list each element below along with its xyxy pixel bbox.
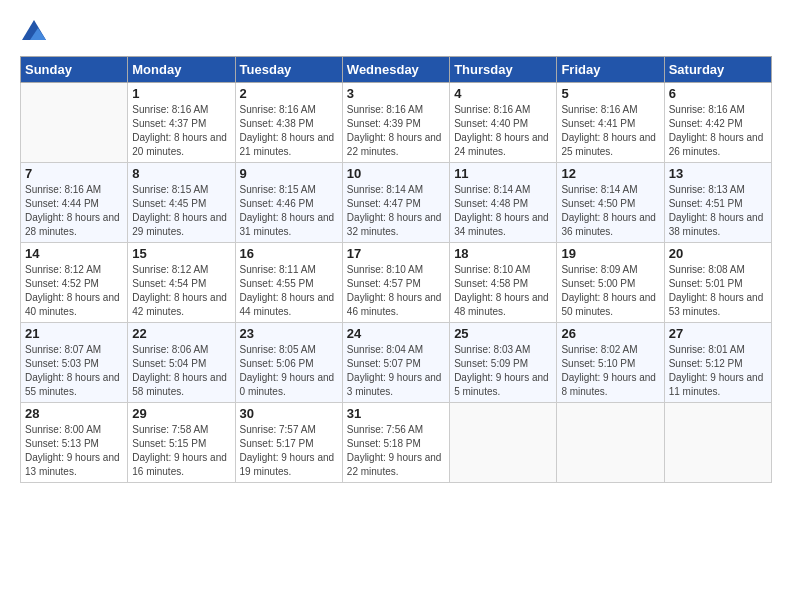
calendar-day-cell: [21, 83, 128, 163]
calendar-day-cell: 18Sunrise: 8:10 AMSunset: 4:58 PMDayligh…: [450, 243, 557, 323]
day-number: 23: [240, 326, 338, 341]
weekday-header: Friday: [557, 57, 664, 83]
day-info: Sunrise: 8:06 AMSunset: 5:04 PMDaylight:…: [132, 343, 230, 399]
calendar-week-row: 7Sunrise: 8:16 AMSunset: 4:44 PMDaylight…: [21, 163, 772, 243]
day-info: Sunrise: 8:12 AMSunset: 4:54 PMDaylight:…: [132, 263, 230, 319]
calendar-week-row: 28Sunrise: 8:00 AMSunset: 5:13 PMDayligh…: [21, 403, 772, 483]
calendar-day-cell: 29Sunrise: 7:58 AMSunset: 5:15 PMDayligh…: [128, 403, 235, 483]
day-number: 27: [669, 326, 767, 341]
day-info: Sunrise: 8:16 AMSunset: 4:40 PMDaylight:…: [454, 103, 552, 159]
day-info: Sunrise: 8:16 AMSunset: 4:38 PMDaylight:…: [240, 103, 338, 159]
logo: [20, 18, 52, 46]
day-info: Sunrise: 8:04 AMSunset: 5:07 PMDaylight:…: [347, 343, 445, 399]
calendar-day-cell: 12Sunrise: 8:14 AMSunset: 4:50 PMDayligh…: [557, 163, 664, 243]
calendar-week-row: 21Sunrise: 8:07 AMSunset: 5:03 PMDayligh…: [21, 323, 772, 403]
calendar-day-cell: 14Sunrise: 8:12 AMSunset: 4:52 PMDayligh…: [21, 243, 128, 323]
calendar-day-cell: 9Sunrise: 8:15 AMSunset: 4:46 PMDaylight…: [235, 163, 342, 243]
calendar-week-row: 1Sunrise: 8:16 AMSunset: 4:37 PMDaylight…: [21, 83, 772, 163]
day-number: 6: [669, 86, 767, 101]
calendar-day-cell: 8Sunrise: 8:15 AMSunset: 4:45 PMDaylight…: [128, 163, 235, 243]
calendar-day-cell: 4Sunrise: 8:16 AMSunset: 4:40 PMDaylight…: [450, 83, 557, 163]
day-number: 26: [561, 326, 659, 341]
day-info: Sunrise: 8:08 AMSunset: 5:01 PMDaylight:…: [669, 263, 767, 319]
day-number: 14: [25, 246, 123, 261]
day-number: 10: [347, 166, 445, 181]
calendar-day-cell: 11Sunrise: 8:14 AMSunset: 4:48 PMDayligh…: [450, 163, 557, 243]
day-info: Sunrise: 8:10 AMSunset: 4:57 PMDaylight:…: [347, 263, 445, 319]
day-info: Sunrise: 8:09 AMSunset: 5:00 PMDaylight:…: [561, 263, 659, 319]
weekday-header: Tuesday: [235, 57, 342, 83]
calendar-header-row: SundayMondayTuesdayWednesdayThursdayFrid…: [21, 57, 772, 83]
page: SundayMondayTuesdayWednesdayThursdayFrid…: [0, 0, 792, 612]
weekday-header: Thursday: [450, 57, 557, 83]
weekday-header: Sunday: [21, 57, 128, 83]
calendar-day-cell: 13Sunrise: 8:13 AMSunset: 4:51 PMDayligh…: [664, 163, 771, 243]
day-number: 31: [347, 406, 445, 421]
day-number: 20: [669, 246, 767, 261]
day-info: Sunrise: 8:00 AMSunset: 5:13 PMDaylight:…: [25, 423, 123, 479]
day-info: Sunrise: 8:02 AMSunset: 5:10 PMDaylight:…: [561, 343, 659, 399]
day-number: 11: [454, 166, 552, 181]
day-number: 16: [240, 246, 338, 261]
day-info: Sunrise: 8:16 AMSunset: 4:39 PMDaylight:…: [347, 103, 445, 159]
calendar-week-row: 14Sunrise: 8:12 AMSunset: 4:52 PMDayligh…: [21, 243, 772, 323]
day-info: Sunrise: 8:07 AMSunset: 5:03 PMDaylight:…: [25, 343, 123, 399]
calendar: SundayMondayTuesdayWednesdayThursdayFrid…: [20, 56, 772, 483]
day-number: 3: [347, 86, 445, 101]
calendar-day-cell: 20Sunrise: 8:08 AMSunset: 5:01 PMDayligh…: [664, 243, 771, 323]
day-info: Sunrise: 7:56 AMSunset: 5:18 PMDaylight:…: [347, 423, 445, 479]
day-info: Sunrise: 7:58 AMSunset: 5:15 PMDaylight:…: [132, 423, 230, 479]
day-number: 19: [561, 246, 659, 261]
logo-icon: [20, 18, 48, 46]
calendar-day-cell: 25Sunrise: 8:03 AMSunset: 5:09 PMDayligh…: [450, 323, 557, 403]
day-number: 1: [132, 86, 230, 101]
calendar-day-cell: 3Sunrise: 8:16 AMSunset: 4:39 PMDaylight…: [342, 83, 449, 163]
weekday-header: Wednesday: [342, 57, 449, 83]
calendar-day-cell: 17Sunrise: 8:10 AMSunset: 4:57 PMDayligh…: [342, 243, 449, 323]
day-number: 7: [25, 166, 123, 181]
day-info: Sunrise: 8:15 AMSunset: 4:46 PMDaylight:…: [240, 183, 338, 239]
day-info: Sunrise: 8:13 AMSunset: 4:51 PMDaylight:…: [669, 183, 767, 239]
calendar-day-cell: 21Sunrise: 8:07 AMSunset: 5:03 PMDayligh…: [21, 323, 128, 403]
day-number: 2: [240, 86, 338, 101]
calendar-day-cell: 5Sunrise: 8:16 AMSunset: 4:41 PMDaylight…: [557, 83, 664, 163]
day-info: Sunrise: 8:15 AMSunset: 4:45 PMDaylight:…: [132, 183, 230, 239]
day-number: 17: [347, 246, 445, 261]
calendar-day-cell: 28Sunrise: 8:00 AMSunset: 5:13 PMDayligh…: [21, 403, 128, 483]
day-number: 13: [669, 166, 767, 181]
day-number: 22: [132, 326, 230, 341]
calendar-day-cell: 1Sunrise: 8:16 AMSunset: 4:37 PMDaylight…: [128, 83, 235, 163]
calendar-day-cell: 2Sunrise: 8:16 AMSunset: 4:38 PMDaylight…: [235, 83, 342, 163]
calendar-day-cell: 10Sunrise: 8:14 AMSunset: 4:47 PMDayligh…: [342, 163, 449, 243]
day-number: 29: [132, 406, 230, 421]
day-info: Sunrise: 8:05 AMSunset: 5:06 PMDaylight:…: [240, 343, 338, 399]
calendar-day-cell: 23Sunrise: 8:05 AMSunset: 5:06 PMDayligh…: [235, 323, 342, 403]
weekday-header: Monday: [128, 57, 235, 83]
calendar-day-cell: 19Sunrise: 8:09 AMSunset: 5:00 PMDayligh…: [557, 243, 664, 323]
calendar-day-cell: 22Sunrise: 8:06 AMSunset: 5:04 PMDayligh…: [128, 323, 235, 403]
calendar-day-cell: 26Sunrise: 8:02 AMSunset: 5:10 PMDayligh…: [557, 323, 664, 403]
day-number: 12: [561, 166, 659, 181]
day-number: 30: [240, 406, 338, 421]
calendar-day-cell: 24Sunrise: 8:04 AMSunset: 5:07 PMDayligh…: [342, 323, 449, 403]
day-number: 5: [561, 86, 659, 101]
day-info: Sunrise: 8:16 AMSunset: 4:41 PMDaylight:…: [561, 103, 659, 159]
day-info: Sunrise: 8:14 AMSunset: 4:48 PMDaylight:…: [454, 183, 552, 239]
calendar-day-cell: 16Sunrise: 8:11 AMSunset: 4:55 PMDayligh…: [235, 243, 342, 323]
day-number: 18: [454, 246, 552, 261]
day-number: 8: [132, 166, 230, 181]
day-number: 28: [25, 406, 123, 421]
calendar-day-cell: 15Sunrise: 8:12 AMSunset: 4:54 PMDayligh…: [128, 243, 235, 323]
day-info: Sunrise: 8:16 AMSunset: 4:44 PMDaylight:…: [25, 183, 123, 239]
day-number: 4: [454, 86, 552, 101]
day-info: Sunrise: 8:16 AMSunset: 4:37 PMDaylight:…: [132, 103, 230, 159]
day-info: Sunrise: 8:01 AMSunset: 5:12 PMDaylight:…: [669, 343, 767, 399]
day-info: Sunrise: 8:11 AMSunset: 4:55 PMDaylight:…: [240, 263, 338, 319]
day-info: Sunrise: 8:03 AMSunset: 5:09 PMDaylight:…: [454, 343, 552, 399]
day-info: Sunrise: 8:16 AMSunset: 4:42 PMDaylight:…: [669, 103, 767, 159]
day-info: Sunrise: 8:14 AMSunset: 4:47 PMDaylight:…: [347, 183, 445, 239]
day-number: 25: [454, 326, 552, 341]
day-info: Sunrise: 8:10 AMSunset: 4:58 PMDaylight:…: [454, 263, 552, 319]
calendar-day-cell: 6Sunrise: 8:16 AMSunset: 4:42 PMDaylight…: [664, 83, 771, 163]
calendar-day-cell: [664, 403, 771, 483]
